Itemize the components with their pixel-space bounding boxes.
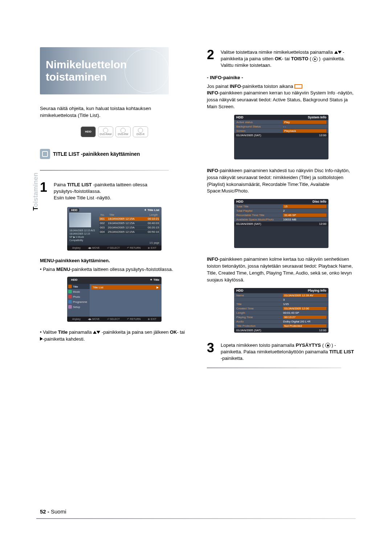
triangle-down-icon [338, 51, 342, 54]
step-1-text: Paina TITLE LIST -painiketta laitteen ol… [54, 182, 189, 202]
dvd-r-icon: DVD-R [133, 126, 148, 137]
section-heading-text: TITLE LIST -painikkeen käyttäminen [53, 151, 140, 157]
step-2-number: 2 [207, 49, 217, 69]
osd-legend: Anykey◀▶ MOVE⏎ SELECT↶ RETURN⊗ EXIT [67, 317, 162, 322]
intro-text: Seuraa näitä ohjeita, kun haluat toistaa… [40, 105, 189, 119]
osd-meta2: 18/JAN/2005 12:15 [69, 232, 90, 235]
dvd-rw-icon: DVD-RW [115, 126, 131, 137]
osd-menu-item: Title [67, 284, 90, 289]
page-title-line1: Nimikeluettelon [46, 58, 169, 71]
step-3-text: Lopeta nimikkeen toisto painamalla PYSÄY… [221, 342, 356, 362]
osd-row: 00425/JAN/2005 12:15A00:50:16 [99, 230, 159, 234]
page-footer: 52 - Suomi [40, 508, 66, 515]
osd-menu: HDD ✦ Title Title Music Photo Programme … [67, 277, 162, 322]
step-1: 1 Paina TITLE LIST -painiketta laitteen … [40, 182, 189, 202]
osd-rows: 00118/JAN/2005 12:15A00:10:21 00219/JAN/… [99, 217, 159, 244]
osd-row: 00118/JAN/2005 12:15A00:10:21 [99, 217, 159, 221]
osd-legend: Anykey◀▶ MOVE⏎ SELECT↶ RETURN⊗ EXIT [67, 245, 162, 251]
step-1-number: 1 [40, 182, 50, 202]
osd-page: 1/1 page [99, 234, 159, 244]
osd-label: ✦ Title [150, 278, 159, 281]
osd-menu-left: Title Music Photo Programme Setup [67, 284, 90, 317]
triangle-up-icon [334, 51, 338, 54]
disc-info-box: HDDDisc Info Total Title15 Total Playlis… [234, 199, 328, 248]
info-p2: INFO-painikkeen painaminen kahdesti tuo … [207, 167, 356, 195]
info-p1: Jos painat INFO-painiketta toiston aikan… [207, 83, 356, 110]
osd-thumbnail [69, 213, 91, 227]
info-p3: INFO-painikkeen painaminen kolme kertaa … [207, 256, 356, 283]
osd-title-list: HDD ✦ Title List 18/JAN/2005 12:15 AV3 1… [67, 207, 162, 251]
section-heading: TITLE LIST -painikkeen käyttäminen [40, 149, 189, 159]
osd-menu-item: Photo [67, 294, 90, 299]
triangle-down-icon [97, 331, 100, 334]
tab-rest: oistaminen [32, 172, 39, 207]
osd-hdd-badge: HDD [69, 278, 79, 281]
tab-letter: T [32, 207, 39, 211]
osd-columns: No.TitleLength [99, 213, 159, 217]
osd-menu-item: Setup [67, 304, 90, 309]
system-info-box: HDDSystem Info Active statusPlay Backgro… [234, 115, 328, 159]
osd-hdd-badge: HDD [69, 208, 79, 212]
step-2-text: Valitse toistettava nimike nimikeluettel… [221, 49, 356, 69]
info-subhead: - INFO-painike - [207, 75, 356, 80]
page-title-block: Nimikeluettelon toistaminen [40, 47, 169, 94]
section-divider [40, 170, 169, 171]
triangle-right-icon [40, 337, 43, 341]
osd-meta1: 18/JAN/2005 12:15 AV3 [69, 229, 95, 232]
play-icon [313, 57, 318, 62]
osd-menu-item: Music [67, 289, 90, 294]
step-2: 2 Valitse toistettava nimike nimikeluett… [207, 49, 356, 69]
callout-icon [294, 84, 302, 89]
disc-badges: HDD DVD-RAM DVD-RW DVD-R [40, 126, 189, 137]
menu-bullet: • Paina MENU-painiketta laitteen ollessa… [40, 266, 189, 273]
osd-meta3: SP ▶ V-Mode Compatibility [69, 236, 84, 241]
menu-subhead: MENU-painikkeen käyttäminen. [40, 258, 189, 263]
osd-menu-right: Title List▶ [90, 284, 162, 317]
step-3-number: 3 [207, 342, 217, 362]
step-3: 3 Lopeta nimikkeen toisto painamalla PYS… [207, 342, 356, 362]
step-divider [207, 368, 341, 368]
select-title-text: • Valitse Title painamalla -painikkeita … [40, 329, 189, 343]
page-title-line2: toistaminen [46, 71, 169, 83]
section-tab: Toistaminen [32, 172, 40, 211]
osd-label: ✦ Title List [144, 208, 159, 212]
stop-icon [325, 343, 330, 348]
footer-line [36, 518, 356, 519]
playing-info-box: HDDPlaying Info Name01/JAN/2005 12:39 AV… [234, 288, 328, 333]
osd-row: 00320/JAN/2005 12:15A00:20:15 [99, 226, 159, 230]
titlelist-icon [40, 149, 50, 159]
triangle-up-icon [93, 331, 97, 334]
osd-menu-item: Programme [67, 299, 90, 304]
hdd-icon: HDD [81, 126, 96, 137]
osd-row: 00219/JAN/2005 12:15A00:40:03 [99, 221, 159, 225]
dvd-ram-icon: DVD-RAM [98, 126, 113, 137]
